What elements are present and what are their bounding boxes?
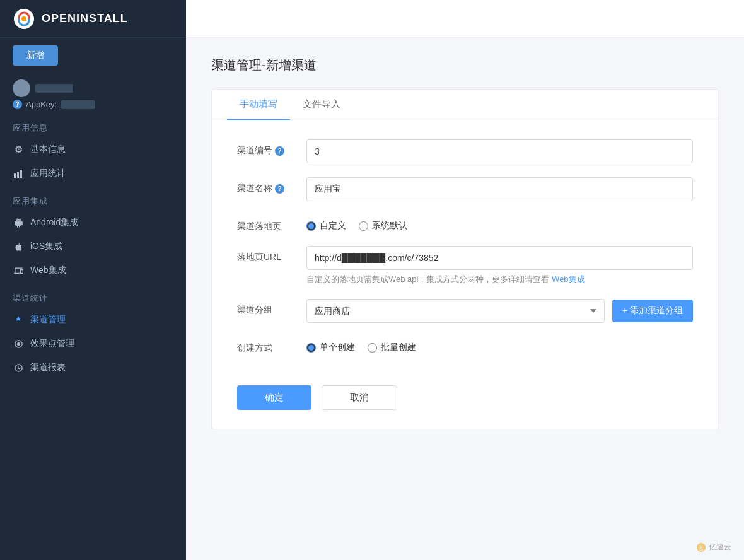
svg-point-6 xyxy=(17,342,20,346)
form-body: 渠道编号 ? 渠道名称 ? xyxy=(212,120,718,429)
channel-name-label: 渠道名称 ? xyxy=(237,177,306,194)
sidebar-item-label: 应用统计 xyxy=(30,168,66,179)
landing-url-label: 落地页URL xyxy=(237,246,306,263)
sidebar-item-ios[interactable]: iOS集成 xyxy=(0,235,186,259)
confirm-button[interactable]: 确定 xyxy=(237,385,311,410)
create-batch-radio-input[interactable] xyxy=(368,343,377,353)
create-single-radio[interactable]: 单个创建 xyxy=(306,342,355,353)
app-name: OPENINSTALL xyxy=(42,12,128,25)
page-area: 渠道管理-新增渠道 手动填写 文件导入 渠道编号 ? xyxy=(186,38,744,560)
channel-name-field xyxy=(306,177,693,201)
channel-number-field xyxy=(306,139,693,163)
section-title-channel-stats: 渠道统计 xyxy=(0,283,186,308)
new-app-button[interactable]: 新增 xyxy=(13,45,58,66)
sidebar-item-channel-management[interactable]: 渠道管理 xyxy=(0,308,186,332)
appkey-value-placeholder xyxy=(61,100,95,109)
appkey-row: ? AppKey: xyxy=(13,100,173,109)
create-method-field: 单个创建 批量创建 xyxy=(306,337,693,353)
channel-number-input[interactable] xyxy=(306,139,693,163)
apple-icon xyxy=(13,241,24,252)
create-single-radio-input[interactable] xyxy=(306,343,316,353)
sidebar-item-label: Web集成 xyxy=(30,265,66,276)
sidebar-item-label: iOS集成 xyxy=(30,241,62,252)
svg-rect-3 xyxy=(17,172,19,178)
channel-group-field: 应用商店 社交媒体 搜索引擎 其他 + 添加渠道分组 xyxy=(306,299,693,323)
channel-group-select-row: 应用商店 社交媒体 搜索引擎 其他 + 添加渠道分组 xyxy=(306,299,693,323)
appkey-label: AppKey: xyxy=(26,100,57,109)
sidebar: OPENINSTALL 新增 ? AppKey: 应用信息 ⚙ 基本信息 应用统… xyxy=(0,0,186,560)
form-row-landing-page: 渠道落地页 自定义 系统默认 xyxy=(237,215,693,232)
sidebar-item-channel-report[interactable]: 渠道报表 xyxy=(0,356,186,380)
sidebar-item-basic-info[interactable]: ⚙ 基本信息 xyxy=(0,137,186,161)
sidebar-top-btn-area: 新增 xyxy=(13,45,173,66)
sidebar-item-web[interactable]: Web集成 xyxy=(0,259,186,283)
landing-url-field: 自定义的落地页需集成Web api，集成方式分两种，更多详细请查看 Web集成 xyxy=(306,246,693,285)
landing-url-input[interactable] xyxy=(306,246,693,270)
tab-manual[interactable]: 手动填写 xyxy=(227,90,290,120)
sidebar-item-label: 渠道报表 xyxy=(30,362,66,373)
form-row-channel-name: 渠道名称 ? xyxy=(237,177,693,201)
user-avatar-row xyxy=(13,79,173,97)
user-name-placeholder xyxy=(35,84,73,93)
landing-page-default-radio-input[interactable] xyxy=(359,221,368,231)
brand-text: 亿速云 xyxy=(709,542,731,552)
section-title-app-integration: 应用集成 xyxy=(0,185,186,211)
svg-rect-4 xyxy=(20,170,22,178)
form-actions: 确定 取消 xyxy=(237,373,693,410)
channel-group-select[interactable]: 应用商店 社交媒体 搜索引擎 其他 xyxy=(306,299,605,323)
svg-text:云: 云 xyxy=(699,545,704,551)
bar-chart-icon xyxy=(13,168,24,179)
svg-rect-2 xyxy=(14,173,16,178)
cancel-button[interactable]: 取消 xyxy=(322,385,397,410)
landing-page-field: 自定义 系统默认 xyxy=(306,215,693,231)
web-icon xyxy=(13,265,24,276)
add-group-button[interactable]: + 添加渠道分组 xyxy=(612,300,693,322)
channel-number-label: 渠道编号 ? xyxy=(237,139,306,156)
page-title: 渠道管理-新增渠道 xyxy=(211,57,719,74)
channel-number-help-icon[interactable]: ? xyxy=(275,146,284,156)
brand-icon: 云 xyxy=(696,542,706,552)
user-info: ? AppKey: xyxy=(0,73,186,112)
create-batch-radio[interactable]: 批量创建 xyxy=(368,342,416,353)
web-integration-link[interactable]: Web集成 xyxy=(552,274,585,284)
form-row-create-method: 创建方式 单个创建 批量创建 xyxy=(237,337,693,354)
create-method-radio-group: 单个创建 批量创建 xyxy=(306,337,693,353)
report-icon xyxy=(13,362,24,373)
sidebar-header: OPENINSTALL xyxy=(0,0,186,38)
landing-page-custom-radio[interactable]: 自定义 xyxy=(306,220,346,231)
landing-page-custom-radio-input[interactable] xyxy=(306,221,316,231)
appkey-question-icon[interactable]: ? xyxy=(13,100,22,109)
channel-management-icon xyxy=(13,314,24,325)
sidebar-item-label: 效果点管理 xyxy=(30,338,74,349)
create-method-label: 创建方式 xyxy=(237,337,306,354)
main-card: 手动填写 文件导入 渠道编号 ? 渠道名称 xyxy=(211,89,719,429)
effect-icon xyxy=(13,338,24,349)
sidebar-item-app-stats[interactable]: 应用统计 xyxy=(0,161,186,185)
sidebar-item-label: 基本信息 xyxy=(30,144,66,155)
gear-icon: ⚙ xyxy=(13,144,24,155)
form-row-channel-group: 渠道分组 应用商店 社交媒体 搜索引擎 其他 + 添加渠道分组 xyxy=(237,299,693,323)
landing-url-hint: 自定义的落地页需集成Web api，集成方式分两种，更多详细请查看 Web集成 xyxy=(306,274,693,285)
section-title-app-info: 应用信息 xyxy=(0,112,186,137)
form-row-landing-url: 落地页URL 自定义的落地页需集成Web api，集成方式分两种，更多详细请查看… xyxy=(237,246,693,285)
main-content: 渠道管理-新增渠道 手动填写 文件导入 渠道编号 ? xyxy=(186,0,744,560)
avatar xyxy=(13,79,30,97)
logo-icon xyxy=(13,8,35,30)
sidebar-item-effect-management[interactable]: 效果点管理 xyxy=(0,332,186,356)
sidebar-item-label: Android集成 xyxy=(30,217,78,228)
channel-group-label: 渠道分组 xyxy=(237,299,306,316)
android-icon xyxy=(13,217,24,228)
channel-name-help-icon[interactable]: ? xyxy=(275,184,284,194)
svg-point-1 xyxy=(21,16,26,21)
sidebar-item-android[interactable]: Android集成 xyxy=(0,211,186,235)
landing-page-label: 渠道落地页 xyxy=(237,215,306,232)
landing-page-radio-group: 自定义 系统默认 xyxy=(306,215,693,231)
form-row-channel-number: 渠道编号 ? xyxy=(237,139,693,163)
footer-brand: 云 亿速云 xyxy=(696,542,731,552)
channel-name-input[interactable] xyxy=(306,177,693,201)
tab-bar: 手动填写 文件导入 xyxy=(212,90,718,120)
main-topbar xyxy=(186,0,744,38)
landing-page-default-radio[interactable]: 系统默认 xyxy=(359,220,407,231)
sidebar-item-label: 渠道管理 xyxy=(30,314,66,325)
tab-file-import[interactable]: 文件导入 xyxy=(290,90,353,120)
